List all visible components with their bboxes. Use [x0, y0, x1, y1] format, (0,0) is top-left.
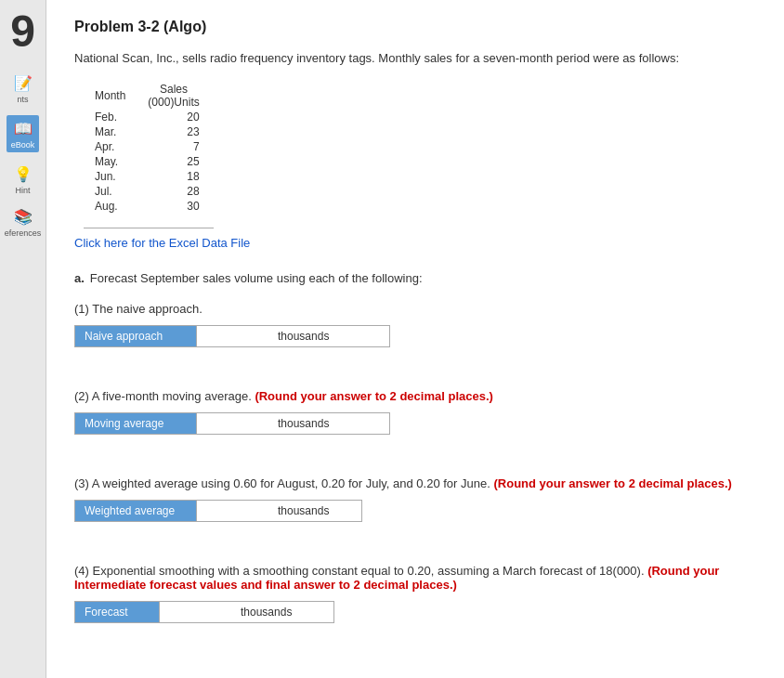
table-row: Jun. 18: [84, 169, 211, 184]
month-jun: Jun.: [84, 169, 137, 184]
sidebar-item-references-label: eferences: [5, 228, 42, 238]
table-row: Jul. 28: [84, 184, 211, 199]
month-apr: Apr.: [84, 139, 137, 154]
sales-apr: 7: [137, 139, 210, 154]
section-a-label: a.: [74, 271, 85, 285]
forecast-field[interactable]: [159, 602, 233, 622]
references-icon: 📚: [13, 206, 33, 227]
section-a-text: Forecast September sales volume using ea…: [90, 271, 423, 285]
weighted-average-input-row: Weighted average thousands: [74, 500, 362, 522]
moving-average-label: Moving average: [75, 413, 196, 434]
main-content: Problem 3-2 (Algo) National Scan, Inc., …: [46, 0, 784, 678]
month-aug: Aug.: [84, 199, 137, 214]
sidebar: 9 📝 nts 📖 eBook 💡 Hint 📚 eferences: [0, 0, 46, 678]
sales-table: Month Sales(000)Units Feb. 20 Mar. 23 Ap…: [84, 82, 211, 214]
sales-may: 25: [137, 154, 210, 169]
subsection-2-emphasis: (Round your answer to 2 decimal places.): [255, 389, 492, 403]
table-row: Feb. 20: [84, 110, 211, 124]
ebook-icon: 📖: [13, 118, 33, 138]
sales-aug: 30: [137, 199, 210, 214]
month-jul: Jul.: [84, 184, 137, 199]
sales-feb: 20: [137, 110, 210, 124]
sales-jul: 28: [137, 184, 210, 199]
naive-approach-input-row: Naive approach thousands: [74, 325, 390, 347]
forecast-input-row: Forecast thousands: [74, 601, 334, 623]
weighted-average-field[interactable]: [196, 501, 270, 521]
page-number: 9: [10, 9, 35, 54]
sidebar-item-ebook-label: eBook: [11, 140, 35, 150]
hint-icon: 💡: [13, 163, 33, 184]
sidebar-item-nts-label: nts: [17, 95, 28, 104]
subsection-4-text: (4) Exponential smoothing with a smoothi…: [74, 564, 756, 592]
sales-mar: 23: [137, 124, 210, 139]
sidebar-item-hint[interactable]: 💡 Hint: [13, 163, 33, 195]
sidebar-item-ebook[interactable]: 📖 eBook: [7, 115, 40, 152]
table-row: Aug. 30: [84, 199, 211, 214]
sidebar-item-hint-label: Hint: [15, 186, 30, 195]
moving-average-unit: thousands: [270, 413, 336, 434]
problem-description: National Scan, Inc., sells radio frequen…: [74, 49, 756, 68]
subsection-1-text: (1) The naive approach.: [74, 302, 756, 316]
month-mar: Mar.: [84, 124, 137, 139]
subsection-3-emphasis: (Round your answer to 2 decimal places.): [493, 476, 731, 490]
subsection-2-text: (2) A five-month moving average. (Round …: [74, 389, 756, 403]
moving-average-field[interactable]: [196, 413, 270, 434]
problem-title: Problem 3-2 (Algo): [74, 19, 756, 35]
sales-jun: 18: [137, 169, 210, 184]
forecast-unit: thousands: [233, 602, 299, 622]
weighted-average-label: Weighted average: [75, 501, 196, 521]
col-sales: Sales(000)Units: [137, 82, 210, 110]
col-month: Month: [84, 82, 137, 110]
month-feb: Feb.: [84, 110, 137, 124]
table-row: May. 25: [84, 154, 211, 169]
table-row: Apr. 7: [84, 139, 211, 154]
table-row: Mar. 23: [84, 124, 211, 139]
forecast-label: Forecast: [75, 602, 159, 622]
nts-icon: 📝: [13, 72, 33, 93]
subsection-3-text: (3) A weighted average using 0.60 for Au…: [74, 476, 756, 490]
naive-approach-unit: thousands: [270, 326, 336, 346]
excel-data-link[interactable]: Click here for the Excel Data File: [74, 236, 250, 250]
moving-average-input-row: Moving average thousands: [74, 412, 390, 435]
naive-approach-label: Naive approach: [75, 326, 196, 346]
naive-approach-field[interactable]: [196, 326, 270, 346]
weighted-average-unit: thousands: [270, 501, 336, 521]
month-may: May.: [84, 154, 137, 169]
sidebar-item-references[interactable]: 📚 eferences: [5, 206, 42, 238]
sidebar-item-nts[interactable]: 📝 nts: [13, 72, 33, 104]
